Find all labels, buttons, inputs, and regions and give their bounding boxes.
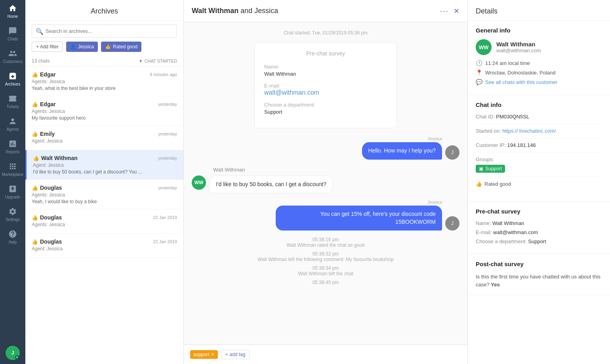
nav-item-help[interactable]: Help [0,226,25,248]
started-on-link[interactable]: https:// livechatinc.com/ [502,128,556,134]
filter-jessica-label: Jessica [78,44,94,50]
chat-main: Walt Withman and Jessica ··· ✕ Chat star… [184,0,467,364]
survey-dept-row: Choose a department: Support [476,238,602,244]
nav-item-home[interactable]: Home [0,0,25,23]
customer-email-detail: walt@withman.com [496,48,541,53]
agents-icon [8,117,17,126]
pre-chat-survey-title: Pre-chat survey [264,50,387,57]
system-event-time-2: 05:38:32 pm [192,251,459,257]
settings-icon [8,207,17,216]
system-event-3: 05:38:34 pm Walt Withman left the chat [192,265,459,276]
started-on-label: Started on: [476,128,501,134]
nav-item-settings[interactable]: Settings [0,203,25,226]
nav-chats-label: Chats [8,37,18,41]
rated-good-icon: 👍 [32,72,38,78]
chat-item-time: 22 Jan 2019 [153,239,177,244]
chat-id-label: Chat ID: [476,114,495,120]
clock-icon: 🕐 [476,60,482,66]
chat-item-agent: Agent: Jessica [32,246,177,252]
chat-item-preview: Yeah, I would like to buy a bike [32,199,177,204]
chat-item[interactable]: 👍 Edgar 9 minutes ago Agents: Jessica Ye… [25,67,183,96]
survey-email-value: walt@withman.com [493,229,538,235]
support-tag-chip: support ✕ [190,350,218,359]
nav-item-marketplace[interactable]: Marketplace [0,158,25,181]
chat-item-header: 👍 Douglas 22 Jan 2019 [32,238,177,245]
nav-item-archives[interactable]: Archives [0,68,25,90]
pre-chat-department-field: Choose a department: Support [264,101,387,115]
chat-item-preview: Yeah, what is the best bike in your stor… [32,86,177,91]
chat-item-header: 👍 Edgar yesterday [32,101,177,107]
chat-item[interactable]: 👍 Emily yesterday Agent: Jessica [25,126,183,150]
chat-item[interactable]: 👍 Douglas 22 Jan 2019 Agent: Jessica [25,234,183,258]
pre-chat-email-label: E-mail: [264,83,280,89]
rated-good-icon: 👍 [32,101,38,107]
chat-header-customer: Walt Withman [192,7,238,15]
chats-history-icon: 💬 [476,79,482,85]
nav-item-customers[interactable]: Customers [0,45,25,68]
chat-item-preview: My favourite support hero [32,115,177,121]
message-row-customer: WW I'd like to buy 50 books, can I get a… [192,175,459,194]
nav-item-agents[interactable]: Agents [0,113,25,135]
nav-upgrade-label: Upgrade [5,195,20,199]
chat-item-name: 👍 Walt Withman [33,155,78,161]
add-tag-button[interactable]: + add tag [221,350,250,359]
nav-item-tickets[interactable]: Tickets [0,90,25,113]
customer-avatar-initials: WW [476,39,492,55]
filter-rated-good[interactable]: 👍 Rated good [101,42,141,52]
nav-item-reports[interactable]: Reports [0,135,25,158]
chat-item-header: 👍 Douglas yesterday [32,185,177,191]
nav-reports-label: Reports [6,150,19,154]
chat-item-name: 👍 Douglas [32,214,62,221]
location-icon: 📍 [476,69,482,76]
rated-good-icon: 👍 [32,239,38,245]
close-chat-button[interactable]: ✕ [454,7,459,15]
chat-header-agent: Jessica [254,7,278,15]
nav-help-label: Help [9,240,17,244]
survey-name-label: Name: [476,220,491,226]
rated-good-icon: 👍 [33,155,39,161]
upgrade-icon [8,185,17,193]
message-row-agent-2: Jessica You can get 15% off, here's your… [192,200,459,231]
search-input[interactable] [32,25,177,38]
customer-ip-row: Customer IP: 194.181.146 [476,142,602,152]
filter-rated-icon: 👍 [105,44,111,50]
nav-item-chats[interactable]: Chats [0,23,25,45]
chat-item[interactable]: 👍 Edgar yesterday Agents: Jessica My fav… [25,96,183,126]
user-avatar[interactable]: J [6,346,20,360]
group-chip-icon: ▣ [479,166,483,172]
pre-chat-name-field: Name: Walt Withman [264,63,387,77]
customers-icon [8,49,17,58]
chat-sort-button[interactable]: ▼ CHAT STARTED [139,59,177,63]
tag-label: support [193,352,209,357]
archives-panel: Archives 🔍 + Add filter 👤 Jessica 👍 Rate… [25,0,184,364]
nav-agents-label: Agents [6,127,19,131]
location-row: 📍 Wroclaw, Dolnoslaskie, Poland [476,69,602,76]
general-info-section: General info WW Walt Withman walt@withma… [468,21,610,95]
chat-item-active[interactable]: 👍 Walt Withman yesterday Agent: Jessica … [25,150,183,180]
avatar-status-dot [15,355,19,359]
customer-info-row: WW Walt Withman walt@withman.com [476,39,602,55]
local-time-row: 🕐 11:24 am local time [476,60,602,66]
add-filter-button[interactable]: + Add filter [32,42,63,52]
see-all-chats-link[interactable]: See all chats with this customer [485,79,557,85]
message-row-agent: Jessica Hello. How may I help you? J [192,136,459,160]
more-options-button[interactable]: ··· [440,6,449,15]
chat-item[interactable]: 👍 Douglas 22 Jan 2019 Agents: Jessica [25,210,183,234]
rated-good-label: Rated good [484,181,511,187]
tag-close-button[interactable]: ✕ [211,352,215,357]
started-on-row: Started on: https:// livechatinc.com/ [476,128,602,138]
chat-item[interactable]: 👍 Douglas yesterday Agents: Jessica Yeah… [25,180,183,210]
chat-list: 👍 Edgar 9 minutes ago Agents: Jessica Ye… [25,67,183,364]
post-chat-survey-title: Post-chat survey [476,261,602,267]
rated-good-icon: 👍 [32,131,38,137]
chat-item-agent: Agents: Jessica [32,192,177,198]
pre-chat-email-link[interactable]: walt@withman.com [264,89,319,96]
general-info-title: General info [476,27,602,34]
chat-item-preview: I'd like to buy 50 books, can I get a di… [33,169,177,175]
message-bubble-customer: I'd like to buy 50 books, can I get a di… [209,175,333,194]
filter-jessica[interactable]: 👤 Jessica [66,42,98,52]
search-bar-container: 🔍 [25,21,183,42]
chat-item-header: 👍 Walt Withman yesterday [33,155,177,161]
nav-item-upgrade[interactable]: Upgrade [0,181,25,203]
message-bubble-agent-2: You can get 15% off, here's your discoun… [276,206,442,231]
